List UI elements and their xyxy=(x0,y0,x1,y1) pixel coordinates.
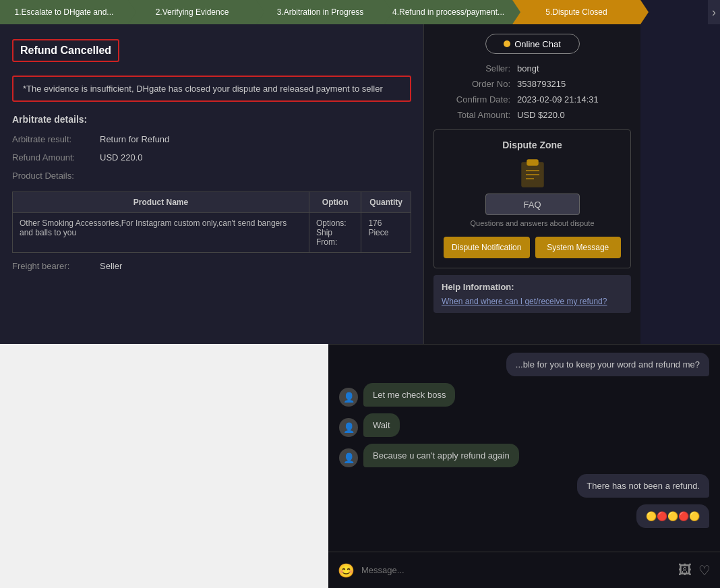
quantity-cell: 176 Piece xyxy=(361,213,411,253)
message-bubble: Let me check boss xyxy=(363,383,455,407)
order-no-label: Order No: xyxy=(436,79,510,89)
total-amount-row: Total Amount: USD $220.0 xyxy=(436,110,628,120)
confirm-date-label: Confirm Date: xyxy=(436,94,510,105)
table-row: Other Smoking Accessories,For Instagram … xyxy=(13,213,411,253)
col-product-name: Product Name xyxy=(13,192,309,213)
progress-step-step5[interactable]: 5.Dispute Closed xyxy=(512,0,640,24)
freight-row: Freight bearer: Seller xyxy=(12,261,411,271)
chat-input[interactable] xyxy=(361,565,671,575)
order-info: Seller: bongt Order No: 3538793215 Confi… xyxy=(436,63,628,120)
refund-amount-value: USD 220.0 xyxy=(100,152,143,163)
seller-value: bongt xyxy=(517,63,539,74)
dispute-zone-title: Dispute Zone xyxy=(444,140,621,150)
message-bubble: There has not been a refund. xyxy=(577,474,709,498)
evidence-text: *The evidence is insufficient, DHgate ha… xyxy=(23,84,383,94)
dispute-notification-button[interactable]: Dispute Notification xyxy=(444,237,530,258)
product-table: Product Name Option Quantity Other Smoki… xyxy=(12,192,411,253)
option-cell: Options:Ship From: xyxy=(309,213,361,253)
product-name-cell: Other Smoking Accessories,For Instagram … xyxy=(13,213,309,253)
avatar: 👤 xyxy=(339,388,358,407)
faq-area: FAQ Questions and answers about dispute xyxy=(444,158,621,227)
refund-amount-label: Refund Amount: xyxy=(12,152,100,163)
avatar: 👤 xyxy=(339,448,358,467)
message-bubble: ...ble for you to keep your word and ref… xyxy=(506,353,709,376)
chat-messages: ...ble for you to keep your word and ref… xyxy=(328,345,720,552)
help-title: Help Information: xyxy=(442,282,623,292)
emoji-button[interactable]: 😊 xyxy=(338,562,355,579)
order-no-value: 3538793215 xyxy=(517,79,566,89)
progress-bar: 1.Escalate to DHgate and...2.Verifying E… xyxy=(0,0,640,24)
arbitrate-section: Arbitrate details: Arbitrate result: Ret… xyxy=(12,114,411,181)
refund-cancelled-box: Refund Cancelled xyxy=(12,39,119,62)
refund-amount-row: Refund Amount: USD 220.0 xyxy=(12,152,411,163)
dispute-zone-box: Dispute Zone FAQ Questions and answers a… xyxy=(433,129,631,268)
progress-step-step1[interactable]: 1.Escalate to DHgate and... xyxy=(0,0,128,24)
total-amount-label: Total Amount: xyxy=(436,110,510,120)
progress-step-step2[interactable]: 2.Verifying Evidence xyxy=(128,0,256,24)
message-bubble: Wait xyxy=(363,413,400,437)
help-info-box: Help Information: When and where can I g… xyxy=(433,275,631,313)
total-amount-value: USD $220.0 xyxy=(517,110,565,120)
chat-message-msg6: 🟡🔴🟡🔴🟡 xyxy=(636,504,709,528)
message-bubble: Because u can't apply refund again xyxy=(363,444,519,467)
svg-rect-1 xyxy=(527,160,538,165)
col-quantity: Quantity xyxy=(361,192,411,213)
online-chat-button[interactable]: Online Chat xyxy=(485,34,580,54)
col-option: Option xyxy=(309,192,361,213)
chat-message-msg3: 👤 Wait xyxy=(339,413,400,437)
left-lower-area xyxy=(0,344,328,588)
chat-message-msg5: There has not been a refund. xyxy=(577,474,709,498)
progress-step-step3[interactable]: 3.Arbitration in Progress xyxy=(256,0,384,24)
collapse-icon[interactable]: › xyxy=(708,0,720,24)
product-details-row: Product Details: xyxy=(12,171,411,181)
arbitrate-title: Arbitrate details: xyxy=(12,114,411,125)
heart-button[interactable]: ♡ xyxy=(698,562,711,579)
chat-input-bar: 😊 🖼 ♡ xyxy=(328,552,720,588)
faq-subtitle: Questions and answers about dispute xyxy=(470,219,594,227)
product-details-label: Product Details: xyxy=(12,171,100,181)
help-refund-link[interactable]: When and where can I get/receive my refu… xyxy=(442,297,607,306)
chat-overlay: ...ble for you to keep your word and ref… xyxy=(328,344,720,588)
message-bubble: 🟡🔴🟡🔴🟡 xyxy=(636,504,709,528)
seller-label: Seller: xyxy=(436,63,510,74)
chat-message-msg1: ...ble for you to keep your word and ref… xyxy=(506,353,709,376)
system-message-button[interactable]: System Message xyxy=(535,237,622,258)
online-chat-label: Online Chat xyxy=(514,39,561,49)
online-status-dot xyxy=(504,40,510,47)
faq-button[interactable]: FAQ xyxy=(485,194,580,215)
seller-row: Seller: bongt xyxy=(436,63,628,74)
chat-message-msg2: 👤 Let me check boss xyxy=(339,383,455,407)
clipboard-icon xyxy=(520,158,545,188)
chat-message-msg4: 👤 Because u can't apply refund again xyxy=(339,444,519,467)
confirm-date-value: 2023-02-09 21:14:31 xyxy=(517,94,599,105)
dispute-buttons: Dispute Notification System Message xyxy=(444,237,621,258)
arbitrate-result-value: Return for Refund xyxy=(100,134,169,144)
image-button[interactable]: 🖼 xyxy=(678,562,692,578)
progress-step-step4[interactable]: 4.Refund in process/payment... xyxy=(384,0,512,24)
arbitrate-result-label: Arbitrate result: xyxy=(12,134,100,144)
freight-label: Freight bearer: xyxy=(12,261,100,271)
freight-value: Seller xyxy=(100,261,122,271)
arbitrate-result-row: Arbitrate result: Return for Refund xyxy=(12,134,411,144)
avatar: 👤 xyxy=(339,418,358,437)
order-no-row: Order No: 3538793215 xyxy=(436,79,628,89)
refund-cancelled-label: Refund Cancelled xyxy=(20,45,111,56)
confirm-date-row: Confirm Date: 2023-02-09 21:14:31 xyxy=(436,94,628,105)
evidence-box: *The evidence is insufficient, DHgate ha… xyxy=(12,76,411,102)
